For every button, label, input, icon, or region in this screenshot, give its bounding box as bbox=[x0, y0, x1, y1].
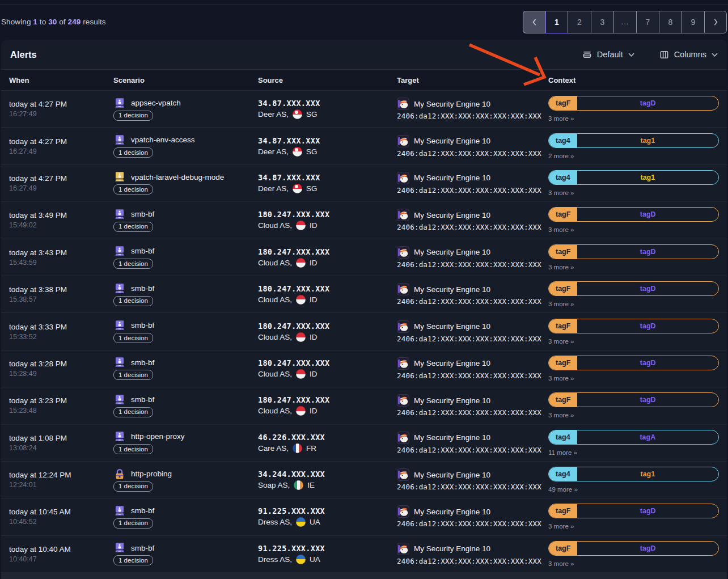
source-as-name: Cloud AS, bbox=[258, 259, 292, 267]
context-tag-pill[interactable]: tag4 tagA bbox=[548, 430, 719, 445]
page-title: Alerts bbox=[10, 49, 37, 60]
source-country-code: ID bbox=[310, 370, 318, 378]
decision-count-badge: 1 decision bbox=[113, 555, 153, 565]
context-tag-pill[interactable]: tagF tagD bbox=[548, 244, 719, 259]
context-cell: tagF tagD 3 more » bbox=[548, 239, 719, 276]
source-cell: 34.87.XXX.XXX Deer AS, SG bbox=[258, 128, 397, 164]
context-more-link[interactable]: 3 more » bbox=[548, 412, 719, 419]
context-more-link[interactable]: 49 more » bbox=[548, 486, 719, 493]
scenario-name: smb-bf bbox=[131, 320, 154, 331]
target-cell: My Security Engine 10 2406:da12:XXX:XXX:… bbox=[397, 498, 548, 535]
column-header-when: When bbox=[9, 76, 113, 84]
source-country-code: ID bbox=[310, 407, 318, 415]
table-row[interactable]: today at 3:23 PM 15:23:48 bbox=[1, 387, 727, 424]
table-row[interactable]: today at 3:49 PM 15:49:02 bbox=[1, 202, 727, 239]
pagination-page-8[interactable]: 8 bbox=[659, 11, 682, 33]
column-header-context: Context bbox=[548, 76, 719, 84]
pagination-page-7[interactable]: 7 bbox=[636, 11, 659, 33]
table-row[interactable]: today at 12:24 PM 12:24:01 bbox=[1, 462, 727, 498]
table-row[interactable]: today at 4:27 PM 16:27:49 bbox=[1, 91, 727, 128]
context-tag-pill[interactable]: tagF tagD bbox=[548, 207, 719, 222]
context-more-link[interactable]: 3 more » bbox=[548, 523, 719, 530]
pagination-page-2[interactable]: 2 bbox=[568, 11, 591, 33]
context-tag-pill[interactable]: tagF tagD bbox=[548, 392, 719, 407]
table-row[interactable]: today at 4:27 PM 16:27:49 bbox=[1, 165, 727, 202]
context-tag-left: tagF bbox=[549, 96, 577, 110]
when-cell: today at 4:27 PM 16:27:49 bbox=[9, 165, 113, 201]
target-name: My Security Engine 10 bbox=[414, 471, 490, 479]
context-tag-pill[interactable]: tag4 tag1 bbox=[548, 133, 719, 148]
context-more-link[interactable]: 3 more » bbox=[548, 560, 719, 567]
table-row[interactable]: today at 3:38 PM 15:38:57 bbox=[1, 276, 727, 313]
target-cell: My Security Engine 10 2406:da12:XXX:XXX:… bbox=[397, 239, 548, 276]
context-tag-left: tag4 bbox=[549, 171, 577, 184]
context-tag-pill[interactable]: tag4 tag1 bbox=[548, 170, 719, 185]
scenario-name: smb-bf bbox=[131, 395, 154, 405]
target-cell: My Security Engine 10 2406:da12:XXX:XXX:… bbox=[397, 387, 548, 424]
table-row[interactable]: today at 3:43 PM 15:43:59 bbox=[1, 239, 727, 276]
source-ip: 180.247.XXX.XXX bbox=[258, 395, 391, 404]
source-as-name: Deer AS, bbox=[258, 147, 289, 156]
decision-count-badge: 1 decision bbox=[113, 444, 153, 454]
target-cell: My Security Engine 10 2406:da12:XXX:XXX:… bbox=[397, 350, 548, 387]
table-row[interactable]: today at 1:08 PM 13:08:24 bbox=[1, 425, 727, 462]
pagination-page-9[interactable]: 9 bbox=[682, 11, 704, 33]
results-from: 1 bbox=[33, 18, 37, 26]
target-cell: My Security Engine 10 2406:da12:XXX:XXX:… bbox=[397, 128, 548, 164]
context-more-link[interactable]: 3 more » bbox=[548, 226, 719, 233]
context-more-link[interactable]: 3 more » bbox=[548, 189, 719, 196]
target-ip: 2406:da12:XXX:XXX:XXX:XXX:XXX:XXX bbox=[397, 519, 543, 528]
pagination-page-1[interactable]: 1 bbox=[545, 11, 568, 33]
when-text: today at 12:24 PM bbox=[9, 471, 108, 479]
scenario-cell: vpatch-laravel-debug-mode 1 decision bbox=[113, 165, 258, 201]
when-time: 12:24:01 bbox=[9, 481, 108, 489]
results-results-label: results bbox=[83, 18, 105, 26]
context-tag-pill[interactable]: tagF tagD bbox=[548, 504, 719, 518]
context-tag-pill[interactable]: tagF tagD bbox=[548, 319, 719, 333]
context-tag-pill[interactable]: tagF tagD bbox=[548, 356, 719, 370]
pagination-page-3[interactable]: 3 bbox=[591, 11, 613, 33]
table-row[interactable]: today at 3:33 PM 15:33:52 bbox=[1, 313, 727, 350]
source-cell: 180.247.XXX.XXX Cloud AS, ID bbox=[258, 313, 397, 349]
decision-count-badge: 1 decision bbox=[113, 407, 153, 417]
context-tag-pill[interactable]: tagF tagD bbox=[548, 96, 719, 111]
context-more-link[interactable]: 3 more » bbox=[548, 375, 719, 382]
when-time: 15:43:59 bbox=[9, 259, 108, 267]
when-time: 16:27:49 bbox=[9, 184, 108, 192]
context-cell: tagF tagD 3 more » bbox=[548, 350, 719, 387]
source-ip: 34.87.XXX.XXX bbox=[258, 173, 391, 182]
source-cell: 180.247.XXX.XXX Cloud AS, ID bbox=[258, 350, 397, 387]
when-time: 16:27:49 bbox=[9, 110, 108, 118]
view-selector-default[interactable]: Default bbox=[582, 50, 634, 60]
context-more-link[interactable]: 3 more » bbox=[548, 338, 719, 345]
source-as-name: Deer AS, bbox=[258, 184, 289, 193]
target-ip: 2406:da12:XXX:XXX:XXX:XXX:XXX:XXX bbox=[397, 483, 543, 491]
context-tag-left: tag4 bbox=[549, 430, 577, 444]
pagination-next-button[interactable] bbox=[704, 11, 727, 33]
table-row[interactable]: today at 3:28 PM 15:28:49 bbox=[1, 350, 727, 387]
when-cell: today at 4:27 PM 16:27:49 bbox=[9, 128, 113, 164]
laptop-yellow-icon bbox=[113, 171, 126, 183]
context-more-link[interactable]: 3 more » bbox=[548, 115, 719, 122]
chevron-down-icon bbox=[628, 53, 634, 57]
security-engine-avatar-icon bbox=[397, 98, 409, 110]
context-more-link[interactable]: 2 more » bbox=[548, 153, 719, 159]
when-time: 10:45:52 bbox=[9, 518, 108, 526]
context-more-link[interactable]: 11 more » bbox=[548, 449, 719, 456]
target-name: My Security Engine 10 bbox=[414, 508, 490, 516]
context-cell: tag4 tag1 3 more » bbox=[548, 165, 719, 201]
columns-selector[interactable]: Columns bbox=[659, 50, 718, 60]
view-selector-label: Default bbox=[597, 50, 623, 59]
context-more-link[interactable]: 3 more » bbox=[548, 301, 719, 307]
table-row[interactable]: today at 10:45 AM 10:45:52 bbox=[1, 498, 727, 535]
context-tag-pill[interactable]: tagF tagD bbox=[548, 281, 719, 296]
table-row[interactable]: today at 10:40 AM 10:40:47 bbox=[1, 536, 727, 573]
panel-controls: Default Columns bbox=[582, 50, 718, 60]
context-tag-pill[interactable]: tagF tagD bbox=[548, 541, 719, 556]
laptop-purple-icon bbox=[113, 320, 126, 331]
source-country-code: SG bbox=[306, 147, 318, 156]
context-tag-pill[interactable]: tag4 tag1 bbox=[548, 467, 719, 481]
table-row[interactable]: today at 4:27 PM 16:27:49 bbox=[1, 128, 727, 164]
context-more-link[interactable]: 3 more » bbox=[548, 264, 719, 271]
when-text: today at 4:27 PM bbox=[9, 174, 108, 183]
